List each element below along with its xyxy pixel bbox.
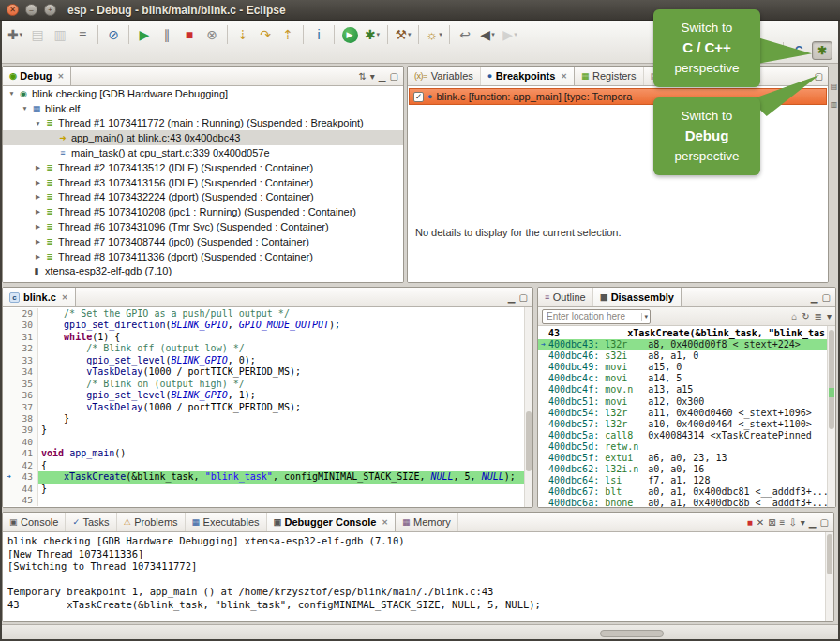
disassembly-scrollbar[interactable] — [827, 326, 835, 507]
tab-variables[interactable]: (x)=Variables — [408, 67, 481, 85]
debug-tree-item[interactable]: ▶≣Thread #2 1073413512 (IDLE) (Suspended… — [3, 160, 403, 175]
editor-line[interactable]: 35 /* Blink on (output high) */ — [3, 379, 532, 390]
save-button[interactable]: ▤ — [26, 23, 49, 46]
disconnect-button[interactable]: ⊗ — [201, 23, 223, 46]
home-icon[interactable]: ⌂ — [791, 311, 797, 321]
minimize-view-icon[interactable]: ▁ — [809, 517, 817, 528]
expander-icon[interactable]: ▼ — [33, 120, 43, 127]
editor-line[interactable]: 29 /* Set the GPIO as a push/pull output… — [3, 308, 532, 320]
debug-tree-item[interactable]: ≡main_task() at cpu_start.c:339 0x400d05… — [3, 145, 403, 160]
minimized-view-icon-2[interactable]: ▥ — [831, 100, 838, 109]
minimize-view-icon[interactable]: ▁ — [508, 292, 516, 303]
step-over-button[interactable]: ↷ — [254, 23, 277, 46]
expander-icon[interactable]: ▶ — [33, 223, 43, 231]
debug-tree-item[interactable]: ▶≣Thread #7 1073408744 (ipc0) (Suspended… — [3, 234, 403, 249]
disassembly-row[interactable]: 400dbc46:s32ia8, a1, 0 — [538, 350, 835, 362]
expander-icon[interactable]: ▶ — [33, 164, 43, 171]
editor-line[interactable]: 37 vTaskDelay(1000 / portTICK_PERIOD_MS)… — [3, 402, 532, 413]
tab-disassembly[interactable]: ▦Disassembly — [593, 288, 682, 306]
external-tools-button[interactable]: ⚒▾ — [392, 23, 414, 46]
disassembly-row[interactable]: 400dbc51:movia12, 0x300 — [538, 396, 835, 408]
editor-line[interactable]: 39} — [3, 425, 532, 436]
remove-launch-icon[interactable]: ✕ — [757, 517, 764, 528]
location-combo[interactable]: Enter location here ▾ — [542, 309, 651, 324]
disassembly-row[interactable]: 43 xTaskCreate(&blink_task, "blink_tas — [538, 328, 835, 339]
editor-code-area[interactable]: 29 /* Set the GPIO as a push/pull output… — [3, 307, 532, 507]
disassembly-row[interactable]: 400dbc54:l32ra11, 0x400d0460 <_stext+109… — [538, 408, 835, 419]
skip-all-breakpoints-button[interactable]: ⊘ — [102, 23, 125, 46]
tab-console[interactable]: ▣Console — [3, 513, 66, 531]
scrollbar-thumb[interactable] — [827, 534, 832, 574]
disassembly-row[interactable]: 400dbc4f:mov.na13, a15 — [538, 384, 835, 395]
editor-line[interactable]: 44} — [3, 484, 532, 495]
close-tab-icon[interactable]: ✕ — [561, 72, 567, 81]
run-button[interactable]: ▶ — [338, 23, 361, 46]
editor-line[interactable]: 32 /* Blink off (output low) */ — [3, 343, 532, 354]
editor-line[interactable]: 34 vTaskDelay(1000 / portTICK_PERIOD_MS)… — [3, 366, 532, 378]
scrollbar-thumb[interactable] — [829, 330, 834, 429]
tab-memory[interactable]: ▦Memory — [396, 513, 458, 531]
editor-scrollbar[interactable] — [524, 307, 532, 507]
debug-tree-item[interactable]: ▼▦blink.elf — [3, 101, 403, 116]
tab-debug[interactable]: ◉Debug✕ — [3, 67, 71, 85]
disasm-menu-icon[interactable]: ▾ — [827, 311, 832, 321]
expander-icon[interactable]: ▶ — [33, 253, 43, 261]
minimize-view-icon[interactable]: ▁ — [379, 71, 386, 82]
editor-line[interactable]: 31 while(1) { — [3, 332, 532, 343]
suspend-button[interactable]: ∥ — [156, 23, 178, 46]
tab-registers[interactable]: ▦Registers — [575, 67, 643, 85]
terminate-console-icon[interactable]: ■ — [747, 517, 753, 528]
disassembly-row[interactable]: ➜400dbc43:l32ra8, 0x400d00f8 <_stext+224… — [538, 339, 835, 350]
maximize-view-icon[interactable]: ▢ — [390, 71, 398, 82]
minimize-window-button[interactable]: – — [25, 4, 38, 16]
minimize-view-icon[interactable]: ▁ — [811, 292, 818, 303]
debug-tree-item[interactable]: ▶≣Thread #8 1073411336 (dport) (Suspende… — [3, 249, 403, 264]
breakpoint-checkbox[interactable]: ✓ — [413, 92, 424, 102]
expander-icon[interactable]: ▼ — [20, 105, 30, 112]
maximize-view-icon[interactable]: ▢ — [820, 517, 829, 528]
maximize-window-button[interactable]: + — [44, 4, 56, 16]
tab-problems[interactable]: ⚠Problems — [117, 513, 186, 531]
disassembly-row[interactable]: 400dbc4c:movia14, 5 — [538, 373, 835, 384]
disassembly-row[interactable]: 400dbc5a:call80x40084314 <xTaskCreatePin… — [538, 430, 835, 441]
tab-blink-c[interactable]: cblink.c✕ — [3, 288, 76, 306]
debug-tree-item[interactable]: ▶≣Thread #6 1073431096 (Tmr Svc) (Suspen… — [3, 219, 403, 234]
step-into-button[interactable]: ⇣ — [232, 23, 254, 46]
disassembly-row[interactable]: 400dbc5f:extuia6, a0, 23, 13 — [538, 453, 835, 464]
refresh-icon[interactable]: ↻ — [802, 311, 809, 321]
editor-line[interactable]: 33 gpio_set_level(BLINK_GPIO, 0); — [3, 355, 532, 366]
close-tab-icon[interactable]: ✕ — [58, 72, 65, 81]
disassembly-row[interactable]: 400dbc67:blta0, a1, 0x400dbc81 <__adddf3… — [538, 486, 835, 498]
disassembly-row[interactable]: 400dbc49:movia15, 0 — [538, 362, 835, 373]
close-window-button[interactable]: ✕ — [7, 4, 19, 16]
console-menu-icon[interactable]: ▾ — [801, 517, 805, 528]
expander-icon[interactable]: ▶ — [33, 208, 43, 216]
debug-tree-item[interactable]: ▶≣Thread #5 1073410208 (ipc1 : Running) … — [3, 204, 403, 219]
print-button[interactable]: ≡ — [71, 23, 94, 46]
disassembly-rows[interactable]: 43 xTaskCreate(&blink_task, "blink_tas➜4… — [538, 326, 835, 507]
new-button[interactable]: ✚▾ — [4, 23, 26, 46]
save-all-button[interactable]: ▥ — [49, 23, 71, 46]
expander-icon[interactable]: ▶ — [33, 238, 43, 246]
debug-tree-item[interactable]: ➜app_main() at blink.c:43 0x400dbc43 — [3, 130, 403, 145]
maximize-view-icon[interactable]: ▢ — [822, 292, 831, 303]
editor-line[interactable]: 30 gpio_set_direction(BLINK_GPIO, GPIO_M… — [3, 320, 532, 331]
horizontal-scrollbar[interactable] — [600, 630, 664, 637]
editor-line[interactable]: 36 gpio_set_level(BLINK_GPIO, 1); — [3, 390, 532, 401]
close-tab-icon[interactable]: ✕ — [382, 518, 388, 527]
forward-button[interactable]: ▶▾ — [499, 23, 521, 46]
debug-tree-item[interactable]: ▮xtensa-esp32-elf-gdb (7.10) — [3, 264, 403, 279]
tab-debugger-console[interactable]: ▣Debugger Console✕ — [267, 513, 397, 531]
tab-executables[interactable]: ▦Executables — [186, 513, 267, 531]
last-edit-location-button[interactable]: ↩ — [454, 23, 476, 46]
tab-outline[interactable]: ≡Outline — [538, 288, 593, 306]
expander-icon[interactable]: ▼ — [7, 90, 17, 97]
disassembly-row[interactable]: 400dbc62:l32i.na0, a0, 16 — [538, 464, 835, 475]
editor-line[interactable]: 45 — [3, 495, 532, 506]
disassembly-row[interactable]: 400dbc5d:retw.n — [538, 441, 835, 453]
tab-breakpoints[interactable]: ●Breakpoints✕ — [481, 67, 575, 85]
resume-button[interactable]: ▶ — [133, 23, 156, 46]
debug-tree-item[interactable]: ▼◉blink checking [GDB Hardware Debugging… — [3, 86, 403, 101]
clear-console-icon[interactable]: ≡ — [780, 517, 786, 528]
editor-line[interactable]: 41void app_main() — [3, 448, 532, 459]
